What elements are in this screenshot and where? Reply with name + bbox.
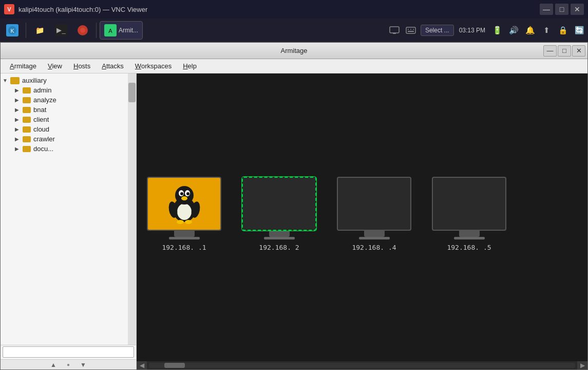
tree-item-admin[interactable]: ▶ admin xyxy=(1,85,136,95)
base-2 xyxy=(264,237,295,239)
screen-icon[interactable] xyxy=(388,24,401,37)
select-label[interactable]: Select ... xyxy=(421,25,454,36)
svg-point-19 xyxy=(186,192,189,195)
folder-icon: 📁 xyxy=(33,24,46,36)
menu-armitage[interactable]: Armitage xyxy=(5,61,42,71)
keyboard-icon[interactable] xyxy=(404,24,418,37)
content-area: ▼ auxiliary ▶ admin ▶ analyze ▶ xyxy=(1,73,587,369)
scroll-thumb[interactable] xyxy=(164,363,185,368)
taskbar: K 📁 ▶_ A Armit... Select ... 03:13 PM xyxy=(0,18,588,42)
svg-point-20 xyxy=(181,196,187,200)
svg-rect-8 xyxy=(406,27,415,33)
search-box xyxy=(1,345,136,359)
tree-scrollbar-thumb[interactable] xyxy=(128,83,136,102)
tree-scrollbar[interactable] xyxy=(128,73,136,345)
separator-1 xyxy=(26,23,26,38)
tree-item-bnat[interactable]: ▶ bnat xyxy=(1,105,136,115)
svg-rect-7 xyxy=(393,33,396,34)
tree-label-auxiliary: auxiliary xyxy=(22,77,47,84)
svg-rect-6 xyxy=(390,27,399,33)
right-panel: 192.168. .1 192.168. 2 192.168. xyxy=(137,73,587,369)
notification-icon[interactable]: 🔔 xyxy=(523,24,537,37)
tree-arrow-admin: ▶ xyxy=(15,87,21,93)
armitage-maximize[interactable]: □ xyxy=(558,45,571,57)
scroll-track[interactable] xyxy=(149,363,575,368)
hosts-area: 192.168. .1 192.168. 2 192.168. xyxy=(137,73,587,354)
stand-4 xyxy=(459,231,480,237)
armitage-close[interactable]: ✕ xyxy=(572,45,585,57)
close-button[interactable]: ✕ xyxy=(571,4,584,15)
menu-view[interactable]: View xyxy=(43,61,67,71)
svg-point-18 xyxy=(180,192,183,195)
taskbar-item-kali[interactable]: K xyxy=(2,21,23,40)
host-item-3[interactable]: 192.168. .4 xyxy=(337,177,411,251)
host-monitor-2[interactable] xyxy=(242,177,316,231)
tree-item-client[interactable]: ▶ client xyxy=(1,115,136,124)
stand-2 xyxy=(269,231,290,237)
scroll-center: ● xyxy=(67,362,70,367)
host-monitor-1[interactable] xyxy=(147,177,221,231)
svg-text:K: K xyxy=(10,27,14,33)
tree-label-crawler: crawler xyxy=(33,135,55,143)
folder-icon-admin xyxy=(23,87,31,94)
scroll-left-arrow[interactable]: ◀ xyxy=(137,361,147,369)
title-bar: V kalipi4touch (kalipi4touch:0) — VNC Vi… xyxy=(0,0,588,18)
clock: 03:13 PM xyxy=(459,27,485,34)
taskbar-item-red[interactable] xyxy=(72,21,93,40)
tree-item-crawler[interactable]: ▶ crawler xyxy=(1,134,136,144)
left-panel: ▼ auxiliary ▶ admin ▶ analyze ▶ xyxy=(1,73,137,369)
tree-label-admin: admin xyxy=(33,86,51,94)
tree-arrow-docu: ▶ xyxy=(15,146,21,152)
host-item-1[interactable]: 192.168. .1 xyxy=(147,177,221,251)
tree-item-cloud[interactable]: ▶ cloud xyxy=(1,124,136,134)
scroll-down-arrow[interactable]: ▼ xyxy=(80,361,86,368)
armitage-titlebar: Armitage — □ ✕ xyxy=(1,43,587,59)
linux-screen xyxy=(148,178,220,230)
title-bar-text: kalipi4touch (kalipi4touch:0) — VNC View… xyxy=(18,6,540,13)
host-label-4: 192.168. .5 xyxy=(447,244,491,251)
taskbar-item-armitage[interactable]: A Armit... xyxy=(100,21,143,40)
upload-icon[interactable]: ⬆ xyxy=(540,24,553,37)
volume-icon[interactable]: 🔊 xyxy=(507,24,520,37)
folder-icon-auxiliary xyxy=(10,77,20,84)
scroll-up-arrow[interactable]: ▲ xyxy=(50,361,56,368)
folder-icon-bnat xyxy=(23,107,31,113)
taskbar-item-files[interactable]: 📁 xyxy=(29,21,50,40)
minimize-button[interactable]: — xyxy=(540,4,553,15)
svg-point-22 xyxy=(185,220,192,224)
maximize-button[interactable]: □ xyxy=(555,4,568,15)
tree-arrow-client: ▶ xyxy=(15,117,21,122)
scroll-right-arrow[interactable]: ▶ xyxy=(577,361,587,369)
tree-label-client: client xyxy=(33,116,49,123)
svg-point-15 xyxy=(175,186,194,205)
tree-item-docu[interactable]: ▶ docu... xyxy=(1,144,136,154)
menu-attacks[interactable]: Attacks xyxy=(97,61,129,71)
menu-hosts[interactable]: Hosts xyxy=(68,61,96,71)
armitage-minimize[interactable]: — xyxy=(543,45,557,57)
menu-workspaces[interactable]: Workspaces xyxy=(130,61,177,71)
svg-point-3 xyxy=(80,28,85,33)
host-item-2[interactable]: 192.168. 2 xyxy=(242,177,316,251)
kali-icon: K xyxy=(6,24,18,36)
lock-icon[interactable]: 🔒 xyxy=(556,24,570,37)
base-1 xyxy=(169,237,200,239)
taskbar-item-terminal[interactable]: ▶_ xyxy=(51,21,71,40)
stand-1 xyxy=(174,231,195,237)
host-item-4[interactable]: 192.168. .5 xyxy=(432,177,506,251)
tree-root-auxiliary[interactable]: ▼ auxiliary xyxy=(1,76,136,85)
tree-item-analyze[interactable]: ▶ analyze xyxy=(1,95,136,105)
host-monitor-3[interactable] xyxy=(337,177,411,231)
armitage-window: Armitage — □ ✕ Armitage View Hosts Attac… xyxy=(0,42,588,370)
horizontal-scrollbar[interactable]: ◀ ▶ xyxy=(137,361,587,369)
refresh-icon[interactable]: 🔄 xyxy=(573,24,586,37)
svg-point-21 xyxy=(177,220,184,224)
search-input[interactable] xyxy=(3,346,134,358)
menu-help[interactable]: Help xyxy=(178,61,202,71)
folder-icon-client xyxy=(23,117,31,123)
vnc-icon: V xyxy=(4,4,14,14)
folder-icon-analyze xyxy=(23,97,31,103)
stand-3 xyxy=(364,231,385,237)
armitage-taskbar-label: Armit... xyxy=(119,27,138,34)
host-monitor-4[interactable] xyxy=(432,177,506,231)
tree-area: ▼ auxiliary ▶ admin ▶ analyze ▶ xyxy=(1,73,136,345)
